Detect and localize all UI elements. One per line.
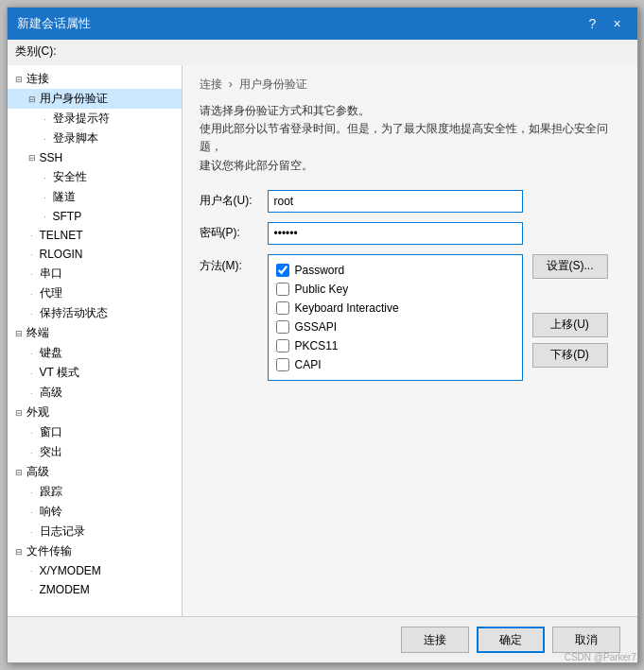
- method-label: 方法(M):: [200, 254, 268, 274]
- sidebar-item-安全性[interactable]: ·安全性: [8, 167, 182, 187]
- method-item-password[interactable]: Password: [274, 261, 516, 280]
- tree-label-键盘: 键盘: [40, 345, 62, 361]
- sidebar-item-终端[interactable]: ⊟终端: [8, 323, 182, 343]
- ok-button[interactable]: 确定: [477, 627, 545, 653]
- sidebar-item-登录脚本[interactable]: ·登录脚本: [8, 129, 182, 148]
- help-button[interactable]: ?: [583, 13, 603, 34]
- sidebar-item-外观[interactable]: ⊟外观: [8, 403, 182, 422]
- tree-toggle-文件传输: ⊟: [11, 544, 26, 559]
- tree-toggle-跟踪: ·: [25, 485, 40, 500]
- content-area: 连接 › 用户身份验证 请选择身份验证方式和其它参数。 使用此部分以节省登录时间…: [183, 65, 637, 616]
- tree-label-SSH: SSH: [40, 151, 63, 164]
- method-row: 方法(M): PasswordPublic KeyKeyboard Intera…: [200, 254, 620, 381]
- tree-toggle-隧道: ·: [38, 190, 53, 205]
- method-label-password: Password: [295, 264, 345, 277]
- tree-label-RLOGIN: RLOGIN: [40, 248, 83, 261]
- desc-line1: 请选择身份验证方式和其它参数。: [200, 104, 370, 117]
- sidebar-item-TELNET[interactable]: ·TELNET: [8, 226, 182, 245]
- sidebar-item-保持活动状态[interactable]: ·保持活动状态: [8, 303, 182, 323]
- sidebar-item-登录提示符[interactable]: ·登录提示符: [8, 109, 182, 129]
- sidebar-item-用户身份验证[interactable]: ⊟用户身份验证: [8, 89, 182, 109]
- sidebar-item-RLOGIN[interactable]: ·RLOGIN: [8, 245, 182, 264]
- sidebar-item-SFTP[interactable]: ·SFTP: [8, 207, 182, 226]
- sidebar-item-代理[interactable]: ·代理: [8, 283, 182, 303]
- method-list: PasswordPublic KeyKeyboard InteractiveGS…: [268, 254, 523, 381]
- method-checkbox-capi[interactable]: [276, 358, 289, 371]
- tree-label-登录脚本: 登录脚本: [53, 130, 98, 146]
- move-down-button[interactable]: 下移(D): [532, 343, 608, 368]
- tree-toggle-X/YMODEM: ·: [25, 563, 40, 578]
- sidebar-item-连接[interactable]: ⊟连接: [8, 69, 182, 89]
- title-bar: 新建会话属性 ? ×: [8, 8, 637, 40]
- sidebar-item-突出[interactable]: ·突出: [8, 442, 182, 462]
- breadcrumb-separator: ›: [229, 77, 233, 91]
- method-label-publickey: Public Key: [295, 283, 349, 296]
- tree-toggle-ZMODEM: ·: [25, 582, 40, 597]
- method-item-pkcs11[interactable]: PKCS11: [274, 336, 516, 355]
- method-item-gssapi[interactable]: GSSAPI: [274, 318, 516, 336]
- tree-label-高级2: 高级: [26, 464, 49, 480]
- connect-button[interactable]: 连接: [401, 627, 469, 653]
- sidebar-item-ZMODEM[interactable]: ·ZMODEM: [8, 580, 182, 599]
- dialog-body: ⊟连接⊟用户身份验证·登录提示符·登录脚本⊟SSH·安全性·隧道·SFTP·TE…: [8, 65, 637, 616]
- sidebar-item-X/YMODEM[interactable]: ·X/YMODEM: [8, 561, 182, 580]
- sidebar-item-窗口[interactable]: ·窗口: [8, 422, 182, 442]
- tree-label-外观: 外观: [26, 404, 49, 421]
- username-input[interactable]: [268, 190, 523, 213]
- sidebar-item-文件传输[interactable]: ⊟文件传输: [8, 541, 182, 561]
- tree-label-SFTP: SFTP: [53, 210, 82, 223]
- move-up-button[interactable]: 上移(U): [532, 313, 608, 337]
- method-checkbox-pkcs11[interactable]: [276, 339, 289, 352]
- tree-toggle-高级2: ⊟: [11, 465, 26, 480]
- tree-label-响铃: 响铃: [40, 504, 62, 520]
- sidebar-item-键盘[interactable]: ·键盘: [8, 343, 182, 363]
- sidebar-item-串口[interactable]: ·串口: [8, 264, 182, 283]
- tree-toggle-键盘: ·: [25, 346, 40, 361]
- tree-label-突出: 突出: [40, 444, 62, 460]
- sidebar-item-日志记录[interactable]: ·日志记录: [8, 522, 182, 541]
- sidebar-item-高级2[interactable]: ⊟高级: [8, 462, 182, 482]
- sidebar-item-SSH[interactable]: ⊟SSH: [8, 148, 182, 167]
- cancel-button[interactable]: 取消: [552, 627, 620, 653]
- tree-label-日志记录: 日志记录: [40, 524, 85, 540]
- tree-toggle-高级: ·: [25, 386, 40, 401]
- tree-toggle-SFTP: ·: [38, 209, 53, 224]
- sidebar-item-响铃[interactable]: ·响铃: [8, 502, 182, 522]
- method-label-keyboard: Keyboard Interactive: [295, 301, 399, 315]
- tree-toggle-窗口: ·: [25, 425, 40, 440]
- tree-toggle-RLOGIN: ·: [25, 247, 40, 262]
- dialog-footer: 连接 确定 取消: [8, 616, 637, 662]
- tree-toggle-终端: ⊟: [11, 326, 26, 341]
- tree-toggle-连接: ⊟: [11, 72, 26, 87]
- tree-toggle-保持活动状态: ·: [25, 306, 40, 321]
- tree-toggle-SSH: ⊟: [25, 150, 40, 165]
- method-checkbox-publickey[interactable]: [276, 283, 289, 296]
- settings-button[interactable]: 设置(S)...: [532, 254, 608, 279]
- method-item-capi[interactable]: CAPI: [274, 355, 516, 374]
- sidebar-item-跟踪[interactable]: ·跟踪: [8, 482, 182, 502]
- tree-toggle-VT模式: ·: [25, 366, 40, 381]
- sidebar-item-VT模式[interactable]: ·VT 模式: [8, 363, 182, 383]
- tree-toggle-登录脚本: ·: [38, 131, 53, 146]
- tree-toggle-登录提示符: ·: [38, 112, 53, 127]
- dialog-title: 新建会话属性: [17, 15, 91, 32]
- watermark: CSDN @Parker7: [565, 652, 636, 662]
- password-input[interactable]: [268, 222, 523, 245]
- breadcrumb: 连接 › 用户身份验证: [200, 77, 620, 93]
- method-checkbox-keyboard[interactable]: [276, 301, 289, 315]
- tree-label-窗口: 窗口: [40, 424, 62, 440]
- method-buttons: 设置(S)... 上移(U) 下移(D): [532, 254, 608, 368]
- tree-toggle-外观: ⊟: [11, 405, 26, 421]
- tree-toggle-响铃: ·: [25, 505, 40, 520]
- method-checkbox-gssapi[interactable]: [276, 320, 289, 334]
- method-label-pkcs11: PKCS11: [295, 339, 339, 352]
- method-checkbox-password[interactable]: [276, 264, 289, 277]
- method-item-publickey[interactable]: Public Key: [274, 280, 516, 299]
- tree-label-安全性: 安全性: [53, 169, 87, 185]
- tree-label-ZMODEM: ZMODEM: [40, 583, 90, 596]
- sidebar-item-隧道[interactable]: ·隧道: [8, 187, 182, 207]
- username-row: 用户名(U):: [200, 190, 620, 213]
- sidebar-item-高级[interactable]: ·高级: [8, 383, 182, 403]
- close-button[interactable]: ×: [607, 13, 628, 34]
- method-item-keyboard[interactable]: Keyboard Interactive: [274, 299, 516, 318]
